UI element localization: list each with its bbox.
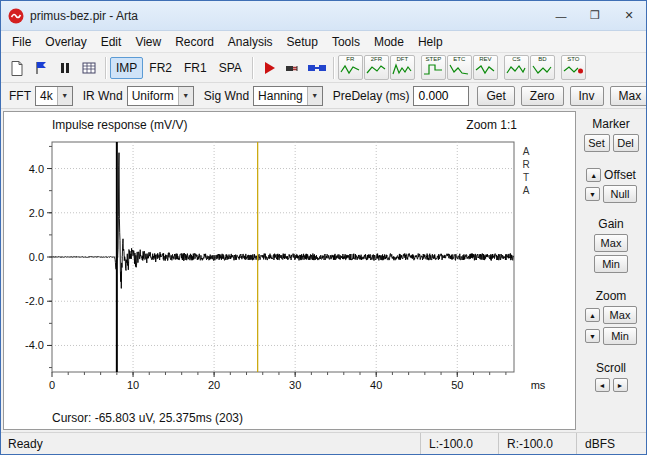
sig-wnd-label: Sig Wnd: [204, 89, 249, 103]
arta-window: primus-bez.pir - Arta — ❒ ✕ File Overlay…: [0, 0, 647, 455]
ir-wnd-select[interactable]: Uniform ▼: [127, 86, 194, 106]
mode-fr2-button[interactable]: FR2: [143, 57, 178, 79]
menu-edit[interactable]: Edit: [94, 33, 129, 51]
impulse-response-panel: Impulse response (mV/V) Zoom 1:1 0102030…: [3, 111, 576, 430]
scroll-buttons: ◄ ►: [595, 378, 628, 392]
toolbar-rev-button[interactable]: REV: [473, 55, 498, 80]
svg-text:ms: ms: [531, 379, 546, 391]
menu-file[interactable]: File: [5, 33, 38, 51]
status-unit: dBFS: [576, 433, 632, 454]
gain-max-button[interactable]: Max: [594, 234, 628, 252]
table-view-button[interactable]: [77, 56, 101, 80]
marker-del-button[interactable]: Del: [613, 134, 639, 152]
toolbar-cs-button[interactable]: CS: [504, 55, 529, 80]
menu-mode[interactable]: Mode: [367, 33, 411, 51]
audio-device-icon: [307, 60, 327, 76]
ir-wnd-label: IR Wnd: [83, 89, 123, 103]
svg-text:0.0: 0.0: [29, 251, 44, 263]
toolbar: IMP FR2 FR1 SPA FR 2FR DFT STEP: [1, 53, 646, 83]
audio-device-button[interactable]: [305, 56, 329, 80]
etc-curve-icon: [449, 63, 469, 76]
toolbar-separator: [252, 57, 253, 79]
offset-down-row: ▼ Null: [585, 185, 637, 203]
toolbar-step-button[interactable]: STEP: [421, 55, 446, 80]
toolbar-bd-button[interactable]: BD: [530, 55, 555, 80]
offset-null-button[interactable]: Null: [603, 185, 637, 203]
mode-spa-button[interactable]: SPA: [213, 57, 248, 79]
side-control-panel: Marker Set Del ▲ Offset ▼ Null Gain Max …: [578, 111, 644, 430]
mode-fr1-button[interactable]: FR1: [178, 57, 213, 79]
sig-wnd-select[interactable]: Hanning ▼: [253, 86, 323, 106]
menu-help[interactable]: Help: [411, 33, 450, 51]
chart-plot-area[interactable]: 01020304050ms4.02.00.0-2.0-4.0ARTA: [4, 132, 575, 411]
2fr-curve-icon: [366, 63, 386, 76]
menu-record[interactable]: Record: [168, 33, 221, 51]
chevron-down-icon: ▼: [307, 87, 322, 105]
settings-bar: FFT 4k ▼ IR Wnd Uniform ▼ Sig Wnd Hannin…: [1, 83, 646, 109]
impulse-response-chart[interactable]: 01020304050ms4.02.00.0-2.0-4.0ARTA: [4, 132, 570, 400]
sig-wnd-value: Hanning: [254, 87, 307, 105]
offset-up-button[interactable]: ▲: [586, 168, 601, 182]
toolbar-separator: [105, 57, 106, 79]
status-right-level: R:-100.0: [498, 433, 576, 454]
pause-button[interactable]: [53, 56, 77, 80]
zoom-out-button[interactable]: ▼: [585, 329, 600, 343]
gain-max-row: Max: [594, 234, 628, 252]
svg-text:-2.0: -2.0: [25, 295, 44, 307]
toolbar-fr-button[interactable]: FR: [338, 55, 363, 80]
toolbar-dft-button[interactable]: DFT: [390, 55, 415, 80]
menubar: File Overlay Edit View Record Analysis S…: [1, 31, 646, 53]
gain-label: Gain: [598, 217, 623, 231]
svg-text:0: 0: [49, 379, 55, 391]
toolbar-2fr-button[interactable]: 2FR: [364, 55, 389, 80]
svg-text:2.0: 2.0: [29, 207, 44, 219]
signal-record-button[interactable]: [29, 56, 53, 80]
svg-text:A: A: [523, 185, 530, 196]
predelay-input[interactable]: [413, 86, 469, 106]
scroll-right-button[interactable]: ►: [613, 378, 628, 392]
menu-analysis[interactable]: Analysis: [221, 33, 280, 51]
svg-text:10: 10: [127, 379, 139, 391]
menu-view[interactable]: View: [128, 33, 168, 51]
mode-imp-button[interactable]: IMP: [110, 57, 143, 79]
resize-grip[interactable]: [632, 433, 646, 454]
toolbar-sto-button[interactable]: STO: [561, 55, 586, 80]
svg-text:T: T: [523, 172, 529, 183]
menu-overlay[interactable]: Overlay: [38, 33, 93, 51]
new-file-button[interactable]: [5, 56, 29, 80]
menu-tools[interactable]: Tools: [325, 33, 367, 51]
main-area: Impulse response (mV/V) Zoom 1:1 0102030…: [1, 109, 646, 432]
toolbar-etc-button[interactable]: ETC: [447, 55, 472, 80]
fft-select[interactable]: 4k ▼: [35, 86, 73, 106]
get-button[interactable]: Get: [477, 86, 514, 106]
max-button[interactable]: Max: [610, 86, 647, 106]
app-icon: [8, 8, 24, 24]
zoom-in-button[interactable]: ▲: [585, 308, 600, 322]
chevron-down-icon: ▼: [178, 87, 193, 105]
scroll-left-button[interactable]: ◄: [595, 378, 610, 392]
generator-setup-button[interactable]: [281, 56, 305, 80]
zero-button[interactable]: Zero: [521, 86, 564, 106]
marker-label: Marker: [592, 117, 629, 131]
sto-icon: [563, 63, 583, 76]
chevron-down-icon: ▼: [57, 87, 72, 105]
maximize-button[interactable]: ❒: [578, 1, 612, 30]
close-button[interactable]: ✕: [612, 1, 646, 30]
marker-set-button[interactable]: Set: [584, 134, 610, 152]
bd-curve-icon: [532, 63, 552, 76]
play-button[interactable]: [257, 56, 281, 80]
inv-button[interactable]: Inv: [570, 86, 604, 106]
offset-down-button[interactable]: ▼: [585, 187, 600, 201]
zoom-min-button[interactable]: Min: [603, 327, 637, 345]
dft-curve-icon: [392, 63, 412, 76]
zoom-max-button[interactable]: Max: [603, 306, 637, 324]
marker-buttons: Set Del: [584, 134, 639, 152]
status-left-level: L:-100.0: [420, 433, 498, 454]
minimize-button[interactable]: —: [544, 1, 578, 30]
window-title: primus-bez.pir - Arta: [30, 9, 544, 23]
offset-up-row: ▲ Offset: [586, 168, 636, 182]
menu-setup[interactable]: Setup: [280, 33, 325, 51]
gain-min-button[interactable]: Min: [594, 255, 628, 273]
fft-value: 4k: [36, 87, 57, 105]
zoom-max-row: ▲ Max: [585, 306, 637, 324]
